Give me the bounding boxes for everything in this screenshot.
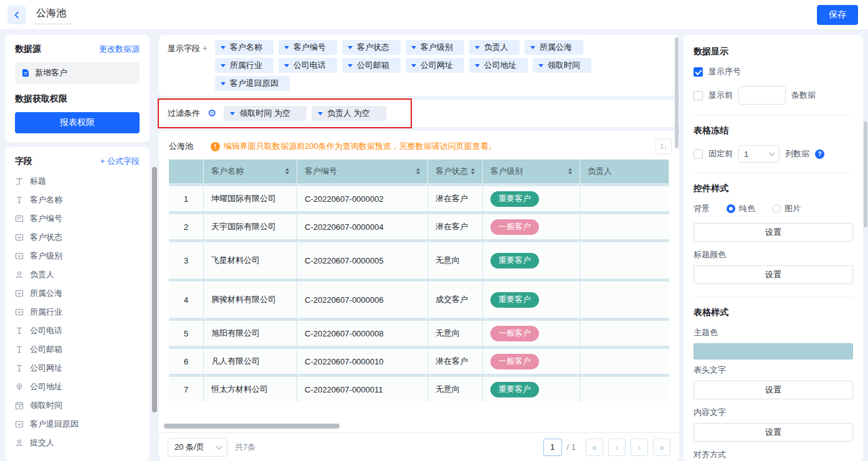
viewport-scrollbar-track	[863, 35, 868, 461]
column-header[interactable]: 客户名称	[204, 159, 297, 183]
sort-carets-icon[interactable]	[568, 168, 572, 174]
cell-owner	[580, 377, 669, 402]
display-field-chip[interactable]: 公司电话	[279, 58, 337, 73]
sort-carets-icon[interactable]	[285, 168, 289, 174]
main-panel: 显示字段 + 客户名称客户编号客户状态客户级别负责人所属公海所属行业公司电话公司…	[159, 35, 679, 461]
last-page-button[interactable]: »	[653, 439, 670, 456]
theme-color-swatch[interactable]	[694, 343, 853, 359]
display-field-chip[interactable]: 公司网址	[406, 58, 464, 73]
left-scrollbar-thumb[interactable]	[152, 167, 157, 412]
divider	[694, 115, 853, 115]
field-item[interactable]: 客户退回原因	[15, 415, 150, 434]
field-item[interactable]: 提交人	[15, 434, 150, 452]
gear-icon[interactable]: ⚙	[207, 108, 216, 118]
field-item[interactable]: 客户编号	[15, 209, 150, 228]
next-page-button[interactable]: ›	[631, 439, 648, 456]
display-field-chip[interactable]: 客户级别	[406, 40, 464, 55]
display-field-chip[interactable]: 公司邮箱	[342, 58, 401, 73]
solid-color-radio[interactable]	[727, 204, 735, 213]
content-text-set-button[interactable]: 设置	[694, 423, 853, 442]
display-field-chip[interactable]: 客户名称	[215, 40, 274, 55]
display-field-chip[interactable]: 客户状态	[342, 40, 401, 55]
sort-order-icon[interactable]: 1↓	[656, 138, 672, 154]
table-title: 公海池	[169, 141, 193, 152]
background-label: 背景	[694, 203, 721, 214]
freeze-checkbox[interactable]	[694, 150, 703, 159]
display-field-chip[interactable]: 客户退回原因	[215, 76, 290, 91]
display-field-chip[interactable]: 公司地址	[469, 58, 528, 73]
table-row: 3飞星材料公司C-20220607-0000005无意向重要客户	[169, 242, 669, 278]
field-item[interactable]: 公司电话	[15, 321, 150, 340]
field-item[interactable]: 客户名称	[15, 191, 150, 209]
background-set-button[interactable]: 设置	[694, 223, 853, 242]
column-header[interactable]: 客户编号	[297, 159, 428, 183]
viewport-scrollbar-thumb[interactable]	[864, 121, 867, 227]
field-item[interactable]: 公司地址	[15, 378, 150, 396]
filter-label: 过滤条件	[168, 108, 200, 119]
column-header[interactable]: 客户状态	[428, 159, 483, 183]
cell-customer-status: 潜在客户	[428, 349, 483, 374]
text-icon	[15, 326, 24, 336]
document-icon	[21, 69, 30, 77]
chevron-down-icon	[318, 112, 323, 115]
cell-customer-status: 潜在客户	[428, 214, 483, 239]
help-icon[interactable]: ?	[815, 150, 824, 159]
sort-carets-icon[interactable]	[471, 168, 475, 174]
show-index-checkbox[interactable]	[694, 67, 703, 77]
field-item[interactable]: 领取时间	[15, 396, 150, 415]
column-header[interactable]: 客户级别	[483, 159, 580, 183]
display-field-chip[interactable]: 领取时间	[533, 58, 591, 73]
content: 数据源 更改数据源 新增客户 数据获取权限 报表权限 字段 + 公式字段 标题客…	[0, 30, 868, 461]
header-text-set-button[interactable]: 设置	[694, 381, 853, 399]
image-radio[interactable]	[772, 204, 781, 213]
table-hscrollbar-thumb[interactable]	[164, 424, 340, 429]
change-datasource-link[interactable]: 更改数据源	[99, 44, 140, 55]
show-top-label: 显示前	[708, 90, 733, 101]
current-page-input[interactable]: 1	[543, 439, 562, 456]
filter-chips: 领取时间 为空负责人 为空	[224, 106, 386, 121]
chevron-down-icon	[475, 64, 480, 67]
display-field-chip[interactable]: 负责人	[469, 40, 520, 55]
display-field-chip[interactable]: 所属公海	[525, 40, 583, 55]
show-top-checkbox[interactable]	[694, 91, 703, 100]
main-scrollbar-thumb[interactable]	[675, 37, 679, 148]
chip-label: 领取时间 为空	[239, 108, 290, 119]
level-badge: 重要客户	[490, 382, 539, 397]
level-badge: 一般客户	[490, 219, 539, 235]
chip-label: 客户名称	[230, 42, 262, 53]
field-item[interactable]: 公司邮箱	[15, 340, 150, 359]
exclamation-icon: !	[211, 142, 220, 151]
cell-customer-level: 一般客户	[483, 214, 580, 239]
page-size-select[interactable]: 20 条/页	[168, 438, 227, 457]
table-body: 1坤曜国际有限公司C-20220607-0000002潜在客户重要客户2天宇国际…	[169, 186, 669, 402]
filter-chip[interactable]: 领取时间 为空	[224, 106, 307, 121]
add-formula-field-link[interactable]: + 公式字段	[100, 156, 140, 167]
freeze-count-select[interactable]: 1	[738, 145, 780, 163]
field-item[interactable]: 公司网址	[15, 359, 150, 378]
cell-owner	[580, 214, 669, 239]
display-field-chip[interactable]: 所属行业	[215, 58, 274, 73]
field-item[interactable]: 所属行业	[15, 303, 150, 321]
back-button[interactable]	[7, 6, 26, 24]
title-color-set-button[interactable]: 设置	[694, 265, 853, 284]
pager-nav: «‹›»	[581, 439, 670, 456]
field-item[interactable]: 客户级别	[15, 247, 150, 265]
display-field-chip[interactable]: 客户编号	[279, 40, 337, 55]
field-item[interactable]: 客户状态	[15, 228, 150, 247]
first-page-button[interactable]: «	[586, 439, 603, 456]
field-item[interactable]: 所属公海	[15, 284, 150, 303]
sort-carets-icon[interactable]	[416, 168, 420, 174]
save-button[interactable]: 保存	[817, 5, 858, 25]
calendar-icon	[15, 401, 24, 411]
add-display-field-icon[interactable]: +	[203, 43, 207, 53]
cell-customer-status: 潜在客户	[428, 186, 483, 211]
cell-customer-name: 恒太方材料公司	[204, 377, 297, 402]
filter-chip[interactable]: 负责人 为空	[312, 106, 386, 121]
report-permission-button[interactable]: 报表权限	[15, 112, 140, 133]
field-item[interactable]: 标题	[15, 172, 150, 191]
field-item[interactable]: 负责人	[15, 265, 150, 284]
prev-page-button[interactable]: ‹	[608, 439, 626, 456]
select-icon	[15, 308, 24, 317]
show-top-count-input[interactable]	[738, 86, 786, 105]
datasource-item[interactable]: 新增客户	[15, 62, 140, 83]
